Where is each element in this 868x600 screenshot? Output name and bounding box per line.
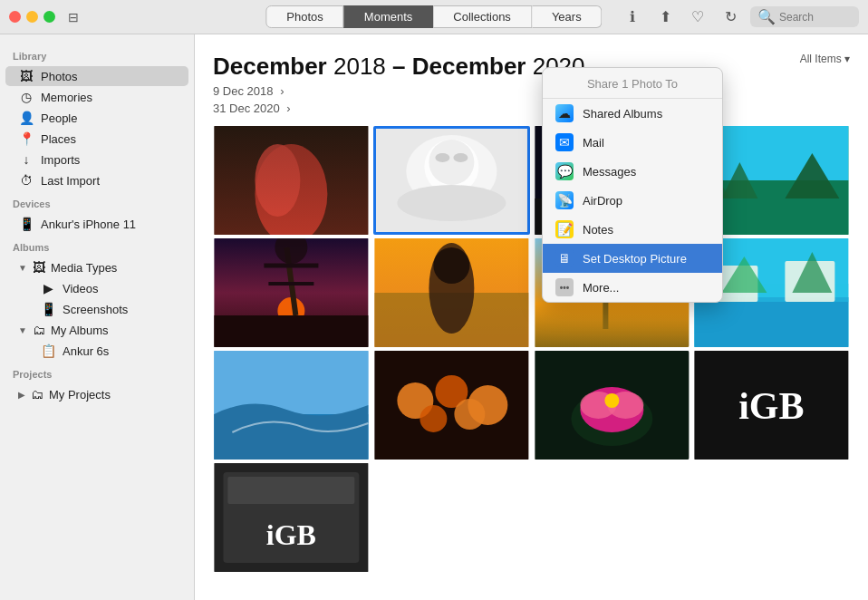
sidebar-item-screenshots[interactable]: 📱 Screenshots (5, 299, 188, 319)
tab-years[interactable]: Years (532, 5, 603, 28)
mail-icon: ✉ (555, 133, 574, 151)
svg-point-63 (604, 393, 619, 408)
date-range-title: December 2018 – December 2020 (213, 53, 585, 81)
svg-point-9 (435, 153, 449, 162)
dropdown-item-set-desktop[interactable]: 🖥 Set Desktop Picture (543, 244, 722, 273)
svg-rect-43 (695, 297, 849, 347)
search-input[interactable] (779, 11, 856, 24)
messages-icon: 💬 (555, 162, 574, 180)
sidebar-item-memories[interactable]: ◷ Memories (5, 87, 188, 107)
minimize-button[interactable] (26, 11, 38, 23)
svg-rect-68 (227, 477, 354, 504)
sidebar-item-videos[interactable]: ▶ Videos (5, 278, 188, 298)
dropdown-item-airdrop[interactable]: 📡 AirDrop (543, 186, 722, 215)
shared-albums-label: Shared Albums (583, 107, 662, 121)
screenshots-label: Screenshots (63, 303, 128, 316)
album-group-media-types[interactable]: ▼ 🖼 Media Types (5, 257, 188, 277)
svg-point-7 (397, 185, 506, 221)
airdrop-label: AirDrop (583, 194, 622, 208)
set-desktop-label: Set Desktop Picture (583, 252, 687, 266)
sidebar-item-people-label: People (41, 111, 77, 125)
dropdown-item-shared-albums[interactable]: ☁ Shared Albums (543, 99, 722, 128)
sidebar-item-imports-label: Imports (41, 153, 80, 167)
photo-cell-1[interactable] (213, 126, 370, 235)
library-section-label: Library (0, 44, 194, 65)
tab-moments[interactable]: Moments (344, 5, 433, 28)
sidebar-item-places-label: Places (41, 132, 76, 146)
close-button[interactable] (9, 11, 21, 23)
search-icon: 🔍 (757, 8, 776, 25)
favorite-button[interactable]: ♡ (685, 5, 710, 30)
sidebar-item-memories-label: Memories (41, 91, 92, 104)
media-types-arrow: ▼ (18, 263, 27, 273)
window-controls (0, 11, 55, 23)
show-all-button[interactable]: All Items ▾ (800, 53, 850, 65)
photo-cell-13[interactable]: iGB (213, 463, 370, 572)
notes-label: Notes (583, 223, 613, 237)
photo-cell-11[interactable] (534, 351, 690, 460)
more-icon: ••• (555, 278, 574, 296)
shared-albums-icon: ☁ (555, 104, 574, 122)
date-to: 31 Dec 2020 (213, 102, 280, 115)
my-projects-label: My Projects (49, 388, 111, 402)
iphone-icon: 📱 (18, 217, 34, 231)
info-button[interactable]: ℹ (620, 5, 645, 30)
date-to-arrow[interactable]: › (286, 102, 290, 115)
svg-text:iGB: iGB (738, 385, 804, 427)
svg-point-56 (420, 405, 447, 432)
airdrop-icon: 📡 (555, 191, 574, 209)
tab-collections[interactable]: Collections (433, 5, 532, 28)
media-types-label: Media Types (51, 261, 117, 275)
photo-cell-12[interactable]: iGB (693, 351, 850, 460)
photo-cell-5[interactable] (213, 238, 370, 347)
tab-photos[interactable]: Photos (265, 5, 343, 28)
tab-bar: Photos Moments Collections Years (265, 5, 602, 28)
search-box[interactable]: 🔍 (750, 6, 859, 27)
date-links: 9 Dec 2018 › (213, 84, 585, 98)
dropdown-item-messages[interactable]: 💬 Messages (543, 157, 722, 186)
share-button[interactable]: ⬆ (652, 5, 678, 30)
my-projects-arrow: ▶ (18, 390, 25, 400)
sidebar-item-last-import-label: Last Import (41, 174, 100, 188)
album-group-my-albums[interactable]: ▼ 🗂 My Albums (5, 320, 188, 340)
imports-icon: ↓ (18, 152, 34, 167)
sidebar-item-photos[interactable]: 🖼 Photos (5, 66, 188, 86)
ankur6s-icon: 📋 (40, 344, 56, 358)
screenshots-icon: 📱 (40, 302, 56, 316)
maximize-button[interactable] (43, 11, 55, 23)
sidebar-toggle-button[interactable]: ⊟ (64, 8, 82, 26)
ankur6s-label: Ankur 6s (63, 344, 109, 358)
dropdown-item-mail[interactable]: ✉ Mail (543, 128, 722, 157)
sidebar-item-people[interactable]: 👤 People (5, 108, 188, 128)
my-albums-arrow: ▼ (18, 325, 27, 335)
dropdown-item-notes[interactable]: 📝 Notes (543, 215, 722, 244)
photo-cell-2[interactable] (373, 126, 530, 235)
svg-point-8 (429, 140, 474, 185)
photo-grid-row2 (213, 238, 850, 347)
photo-cell-10[interactable] (373, 351, 530, 460)
album-group-my-projects[interactable]: ▶ 🗂 My Projects (5, 384, 188, 404)
projects-section-label: Projects (0, 362, 194, 383)
date-from-arrow[interactable]: › (280, 84, 284, 98)
svg-point-10 (453, 153, 468, 162)
dropdown-item-more[interactable]: ••• More... (543, 273, 722, 302)
set-desktop-icon: 🖥 (555, 249, 574, 267)
main-area: Library 🖼 Photos ◷ Memories 👤 People 📍 P… (0, 34, 868, 600)
content-title-block: December 2018 – December 2020 9 Dec 2018… (213, 53, 585, 115)
sidebar-item-iphone-label: Ankur's iPhone 11 (41, 218, 136, 231)
rotate-button[interactable]: ↻ (718, 5, 743, 30)
svg-point-57 (454, 399, 485, 430)
notes-icon: 📝 (555, 220, 574, 238)
photo-cell-9[interactable] (213, 351, 370, 460)
sidebar-item-places[interactable]: 📍 Places (5, 129, 188, 149)
my-projects-icon: 🗂 (29, 387, 45, 402)
sidebar: Library 🖼 Photos ◷ Memories 👤 People 📍 P… (0, 34, 195, 600)
photo-grid-row1 (213, 126, 850, 235)
my-albums-label: My Albums (51, 324, 109, 337)
my-albums-icon: 🗂 (31, 323, 47, 337)
sidebar-item-imports[interactable]: ↓ Imports (5, 150, 188, 169)
sidebar-item-ankur6s[interactable]: 📋 Ankur 6s (5, 341, 188, 361)
sidebar-item-last-import[interactable]: ⏱ Last Import (5, 170, 188, 190)
sidebar-item-iphone[interactable]: 📱 Ankur's iPhone 11 (5, 214, 188, 234)
photo-cell-6[interactable] (373, 238, 530, 347)
